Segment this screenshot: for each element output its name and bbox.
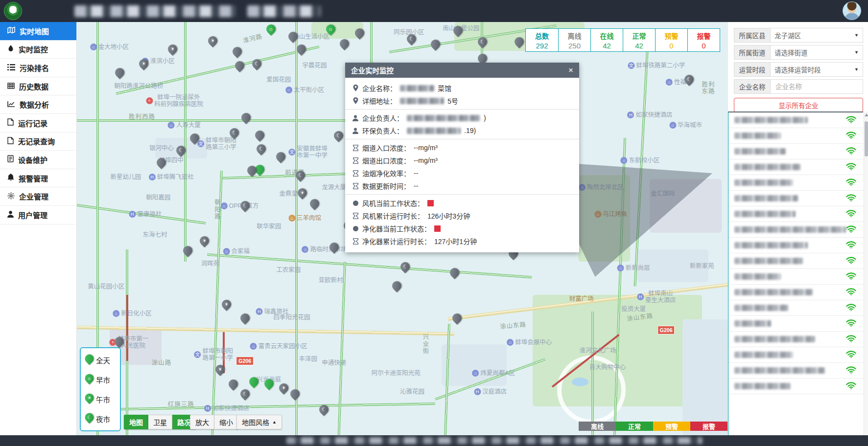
company-row[interactable] [728, 238, 863, 253]
company-row[interactable] [728, 222, 863, 238]
pin-glyph: ☾ [298, 173, 303, 178]
sidebar-item-monitor-1[interactable]: 实时监控 [0, 41, 76, 59]
scrollbar-thumb[interactable] [865, 121, 868, 156]
map-canvas[interactable]: 淮河路⌂金大地小区⌂淮滨小区南山生活小区同乐园小区南山九里公园宇晨花园爱国花园⌂… [77, 22, 728, 435]
map-marker-g[interactable] [309, 199, 319, 212]
map-marker-g[interactable] [354, 28, 364, 41]
company-row[interactable] [728, 379, 863, 394]
map-marker-g[interactable] [235, 61, 245, 74]
map-marker-gr[interactable] [264, 379, 274, 392]
filter-select-2[interactable]: 请选择运营时段▼ [770, 62, 863, 77]
company-row[interactable] [728, 206, 863, 222]
map-marker-gs[interactable]: ☀ [200, 236, 210, 249]
scroll-up-icon[interactable] [865, 113, 868, 116]
company-name-input[interactable] [774, 83, 859, 91]
map-marker-g[interactable] [240, 313, 250, 326]
map-marker-gs[interactable]: ☀ [297, 188, 307, 201]
map-marker-gm[interactable]: ☾ [684, 74, 694, 88]
company-row[interactable] [728, 269, 863, 285]
map-marker-gm[interactable]: ☾ [334, 131, 344, 144]
sidebar-item-bell-8[interactable]: 报警管理 [0, 169, 76, 188]
stat-cell-2: 在线42 [590, 29, 623, 51]
map-marker-gs[interactable]: ☀ [222, 299, 232, 312]
map-control-卫星[interactable]: 卫星 [148, 415, 172, 429]
map-marker-gs[interactable]: ☀ [215, 364, 225, 378]
filter-select-1[interactable]: 请选择街道▼ [770, 45, 863, 60]
map-marker-g[interactable] [392, 281, 401, 294]
map-marker-g[interactable] [453, 25, 463, 39]
scrollbar[interactable] [864, 112, 868, 435]
map-marker-g[interactable] [276, 152, 285, 165]
map-marker-gm[interactable]: ☾ [400, 262, 410, 275]
map-marker-g[interactable] [183, 245, 192, 259]
sidebar-item-gear-9[interactable]: 企业管理 [0, 187, 76, 206]
company-row[interactable] [728, 128, 863, 144]
sidebar-item-chart-4[interactable]: 数据分析 [0, 95, 76, 114]
close-icon[interactable]: × [568, 66, 573, 75]
map-marker-g[interactable] [247, 165, 257, 178]
map-marker-gm[interactable]: ☾ [319, 404, 328, 418]
company-row[interactable] [728, 144, 863, 159]
map-marker-gr[interactable] [249, 377, 259, 390]
filter-input-wrap[interactable] [770, 79, 863, 94]
company-row[interactable] [728, 316, 863, 332]
map-marker-g[interactable] [431, 39, 441, 52]
map-marker-g[interactable] [255, 130, 265, 143]
map-marker-g[interactable] [115, 67, 125, 81]
map-marker-g[interactable] [288, 31, 298, 45]
map-marker-g[interactable] [157, 157, 166, 171]
company-row[interactable] [728, 191, 863, 206]
sidebar-item-table-3[interactable]: 历史数据 [0, 77, 76, 96]
sidebar-item-file-5[interactable]: 运行记录 [0, 114, 76, 133]
map-marker-gm[interactable]: ☾ [295, 170, 305, 183]
map-marker-g[interactable] [340, 39, 350, 52]
map-control-地图[interactable]: 地图 [124, 415, 148, 429]
company-row[interactable] [728, 159, 863, 175]
sidebar-item-user-10[interactable]: 用户管理 [0, 206, 76, 224]
map-marker-g[interactable] [297, 44, 306, 57]
map-marker-gm[interactable]: ☾ [252, 59, 261, 72]
company-row[interactable] [728, 253, 863, 269]
company-row[interactable] [728, 300, 863, 316]
map-marker-gs[interactable]: ☀ [279, 383, 289, 396]
map-marker-gs[interactable]: ☀ [208, 36, 218, 49]
company-row[interactable] [728, 112, 863, 128]
company-row[interactable] [728, 332, 863, 347]
map-marker-gs[interactable]: ☀ [168, 44, 178, 57]
map-marker-gm[interactable]: ☾ [407, 34, 417, 47]
map-marker-g[interactable] [514, 37, 524, 50]
map-marker-g[interactable] [449, 268, 459, 281]
map-marker-g[interactable] [232, 46, 242, 60]
map-marker-g[interactable] [290, 389, 300, 402]
show-all-companies-button[interactable]: 显示所有企业 [734, 98, 863, 112]
company-row[interactable] [728, 363, 863, 379]
map-style-button[interactable]: 地图风格▲ [236, 415, 282, 429]
map-marker-gs[interactable]: ☀ [139, 59, 149, 72]
map-marker-gm[interactable]: ☾ [240, 201, 250, 214]
map-marker-g[interactable] [241, 112, 251, 126]
sidebar-item-ranking-2[interactable]: 污染排名 [0, 59, 76, 77]
map-marker-gm[interactable]: ☾ [240, 389, 250, 402]
map-control-zoom-in[interactable]: 放大 [190, 415, 214, 429]
map-marker-gm[interactable]: ☾ [176, 145, 186, 158]
hotel-poi-icon: H [627, 112, 634, 118]
map-marker-g[interactable] [452, 313, 462, 326]
sidebar-item-map-0[interactable]: 实时地图 [0, 22, 76, 41]
company-row[interactable] [728, 347, 863, 363]
company-row[interactable] [728, 285, 863, 300]
map-marker-g[interactable] [329, 242, 339, 255]
company-row[interactable] [728, 175, 863, 191]
map-marker-g[interactable] [190, 133, 200, 146]
map-marker-g[interactable] [228, 379, 238, 392]
map-control-zoom-out[interactable]: 缩小 [214, 415, 238, 429]
map-place-label: H如家快捷酒店 [627, 112, 672, 118]
filter-select-0[interactable]: 龙子湖区▼ [770, 28, 863, 43]
user-avatar[interactable] [843, 1, 861, 20]
map-marker-gm[interactable]: ☾ [230, 128, 239, 141]
map-marker-gm[interactable]: ☾ [256, 144, 266, 157]
sidebar-item-file-6[interactable]: 无记录查询 [0, 133, 76, 151]
map-marker-grs[interactable]: ☼ [266, 24, 276, 37]
map-marker-gm[interactable]: ☾ [478, 37, 488, 50]
map-marker-grs[interactable]: ☼ [326, 24, 336, 37]
sidebar-item-doc-7[interactable]: 设备维护 [0, 151, 76, 169]
